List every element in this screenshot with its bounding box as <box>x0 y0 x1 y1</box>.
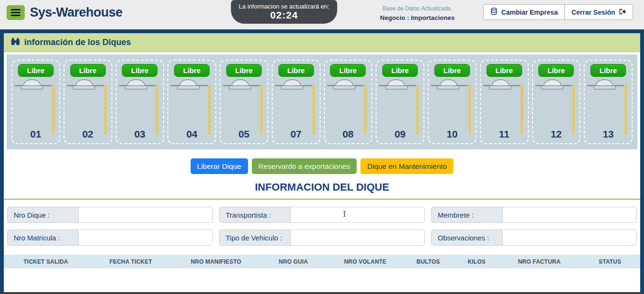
dock-door-graphic <box>327 82 369 135</box>
change-company-label: Cambiar Empresa <box>501 9 558 16</box>
dique-info-form: Nro Dique : Transportista : Membrete : N… <box>4 200 640 254</box>
dique-mantenimiento-button[interactable]: Dique en Mantenimiento <box>360 158 453 174</box>
docks-panel-title: información de los Diques <box>24 37 131 47</box>
col-fecha-ticket: FECHA TICKET <box>88 255 174 268</box>
col-nro-factura: NRO FACTURA <box>499 255 580 268</box>
dock-status-button[interactable]: Libre <box>590 64 626 77</box>
dock-tile-07[interactable]: Libre 07 <box>272 60 321 144</box>
business-text: Negocio : Importaciones <box>368 14 467 21</box>
col-nro-guia: NRO GUIA <box>258 255 329 268</box>
dock-tile-04[interactable]: Libre 04 <box>167 60 216 144</box>
membrete-input[interactable] <box>502 207 637 223</box>
legend-buttons: Liberar Dique Reservardo a exportaciones… <box>4 158 640 174</box>
nro-dique-input[interactable] <box>78 207 213 223</box>
tickets-table: TICKET SALIDA FECHA TICKET NRO MANIFIEST… <box>4 255 640 268</box>
observaciones-label: Observaciones : <box>431 230 502 246</box>
docks-panel-header: información de los Diques <box>4 33 640 52</box>
col-bultos: BULTOS <box>402 255 454 268</box>
dock-door-graphic <box>535 82 578 135</box>
dock-number: 10 <box>429 129 476 140</box>
dock-tile-01[interactable]: Libre 01 <box>11 60 60 144</box>
dock-status-button[interactable]: Libre <box>434 64 470 77</box>
dock-number: 08 <box>325 129 372 140</box>
database-icon <box>490 8 497 17</box>
reservado-exportaciones-button[interactable]: Reservardo a exportaciones <box>252 158 357 174</box>
dock-number: 03 <box>117 129 164 140</box>
dock-tile-13[interactable]: Libre 13 <box>584 60 633 144</box>
tipo-vehiculo-label: Tipo de Vehiculo : <box>219 230 290 246</box>
dock-number: 02 <box>64 129 111 140</box>
dock-door-graphic <box>67 82 109 135</box>
docks-area: Libre 01 Libre 02 Libre 03 <box>4 52 640 153</box>
field-tipo-vehiculo: Tipo de Vehiculo : <box>219 230 425 246</box>
tickets-table-header-row: TICKET SALIDA FECHA TICKET NRO MANIFIEST… <box>4 255 640 268</box>
liberar-dique-button[interactable]: Liberar Dique <box>191 158 248 174</box>
dock-number: 09 <box>377 129 423 140</box>
dock-status-button[interactable]: Libre <box>18 64 54 77</box>
dock-tile-12[interactable]: Libre 12 <box>532 60 581 144</box>
logout-label: Cerrar Sesión <box>571 9 615 16</box>
docks-grid: Libre 01 Libre 02 Libre 03 <box>7 55 637 149</box>
menu-button[interactable] <box>7 5 25 20</box>
dock-status-button[interactable]: Libre <box>330 64 366 77</box>
dock-status-button[interactable]: Libre <box>122 64 157 77</box>
nro-matricula-label: Nro Matricula : <box>7 230 78 246</box>
dock-tile-05[interactable]: Libre 05 <box>220 60 268 144</box>
col-ticket-salida: TICKET SALIDA <box>4 255 88 268</box>
dock-number: 05 <box>221 129 267 140</box>
observaciones-input[interactable] <box>502 230 637 246</box>
main-panel: información de los Diques Libre 01 Libre… <box>0 29 644 292</box>
dock-status-button[interactable]: Libre <box>382 64 418 77</box>
dock-status-button[interactable]: Libre <box>487 64 522 77</box>
col-kilos: KILOS <box>454 255 499 268</box>
nro-dique-label: Nro Dique : <box>7 207 78 223</box>
col-status: STATUS <box>580 255 640 268</box>
dock-door-graphic <box>223 82 265 135</box>
dock-number: 04 <box>168 129 215 140</box>
dock-status-button[interactable]: Libre <box>278 64 314 77</box>
dock-number: 01 <box>12 129 59 140</box>
tipo-vehiculo-input[interactable] <box>290 230 425 246</box>
col-nro-volante: NRO VOLANTE <box>328 255 402 268</box>
dock-status-button[interactable]: Libre <box>70 64 106 77</box>
app-title: Sys-Warehouse <box>30 5 122 20</box>
transportista-input[interactable] <box>290 207 425 223</box>
dock-tile-08[interactable]: Libre 08 <box>324 60 373 144</box>
dock-number: 11 <box>481 129 528 140</box>
dock-door-graphic <box>379 82 421 135</box>
field-membrete: Membrete : <box>431 207 637 223</box>
dock-door-graphic <box>171 82 213 135</box>
dock-door-graphic <box>587 82 629 135</box>
dock-tile-11[interactable]: Libre 11 <box>480 60 529 144</box>
countdown-label: La informacion se actualizará en: <box>231 3 337 10</box>
countdown-time: 02:24 <box>231 10 337 20</box>
dock-door-graphic <box>119 82 161 135</box>
dock-status-button[interactable]: Libre <box>174 64 210 77</box>
nro-matricula-input[interactable] <box>78 230 213 246</box>
field-observaciones: Observaciones : <box>431 230 637 246</box>
dock-tile-09[interactable]: Libre 09 <box>376 60 424 144</box>
logout-button[interactable]: Cerrar Sesión <box>564 5 633 19</box>
field-nro-matricula: Nro Matricula : <box>7 230 213 246</box>
dock-tile-02[interactable]: Libre 02 <box>64 60 112 144</box>
field-transportista: Transportista : <box>219 207 425 223</box>
sign-out-icon <box>619 9 626 16</box>
dock-door-graphic <box>15 82 57 135</box>
dock-door-graphic <box>275 82 317 135</box>
membrete-label: Membrete : <box>431 207 502 223</box>
dock-tile-03[interactable]: Libre 03 <box>116 60 165 144</box>
transportista-label: Transportista : <box>219 207 290 223</box>
dock-status-button[interactable]: Libre <box>538 64 574 77</box>
dock-status-button[interactable]: Libre <box>226 64 262 77</box>
change-company-button[interactable]: Cambiar Empresa <box>484 5 564 19</box>
dock-tile-10[interactable]: Libre 10 <box>428 60 477 144</box>
dock-number: 13 <box>585 129 632 140</box>
window-bottom-edge <box>0 292 644 294</box>
db-status-text: Base de Datos Actualizada. <box>368 5 467 12</box>
dock-door-graphic <box>431 82 473 135</box>
refresh-countdown: La informacion se actualizará en: 02:24 <box>231 0 337 24</box>
col-nro-manifiesto: NRO MANIFIESTO <box>174 255 258 268</box>
info-section-title: INFORMACION DEL DIQUE <box>4 181 640 193</box>
database-status: Base de Datos Actualizada. Negocio : Imp… <box>368 5 467 21</box>
dock-number: 12 <box>533 129 580 140</box>
